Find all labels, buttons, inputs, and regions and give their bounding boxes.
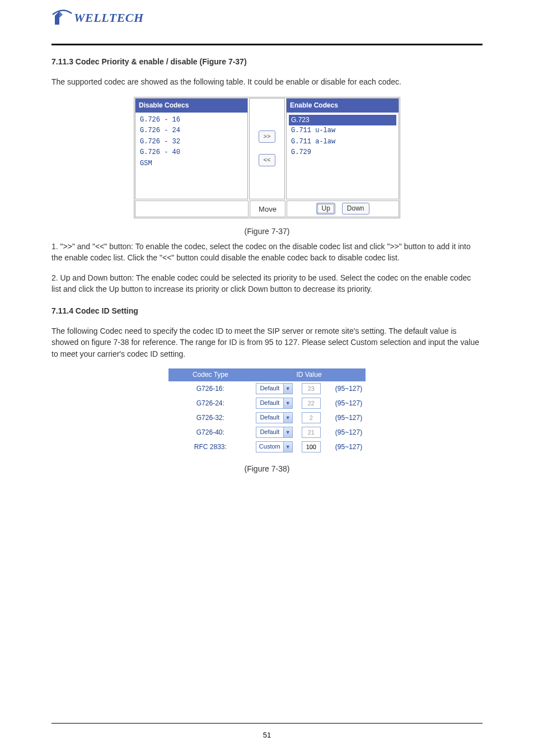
logo-icon: [51, 8, 73, 28]
codec-type-label: G726-16:: [168, 381, 252, 396]
list-item-1: 1. ">>" and "<<" button: To enable the c…: [51, 241, 483, 264]
codec-type-label: G726-32:: [168, 410, 252, 425]
chevron-down-icon: ▼: [283, 384, 292, 394]
chevron-down-icon: ▼: [283, 413, 292, 423]
codec-mode-select[interactable]: Custom▼: [256, 441, 293, 452]
codec-mode-cell: Custom▼: [252, 440, 296, 454]
chevron-down-icon: ▼: [283, 427, 292, 437]
codec-id-cell: 100: [296, 440, 324, 454]
id-value-header: ID Value: [252, 368, 366, 381]
list-item-2-number: 2.: [51, 273, 58, 282]
codec-id-table: Codec Type ID Value G726-16:Default▼23(9…: [168, 368, 366, 454]
chevron-down-icon: ▼: [283, 442, 292, 452]
figure-7-38-caption: (Figure 7-38): [51, 463, 483, 474]
section-7-11-3-preamble: The supported codec are showed as the fo…: [51, 76, 483, 87]
list-item[interactable]: G.711 u-law: [289, 125, 396, 136]
enable-codecs-panel: Enable Codecs G.723G.711 u-lawG.711 a-la…: [286, 98, 399, 199]
codec-transfer-buttons: >> <<: [249, 98, 285, 199]
section-title-7-11-4: 7.11.4 Codec ID Setting: [51, 305, 483, 316]
table-row: G726-24:Default▼22(95~127): [168, 396, 366, 410]
figure-7-37-caption: (Figure 7-37): [51, 226, 483, 237]
codec-mode-cell: Default▼: [252, 410, 296, 425]
codec-id-cell: 21: [296, 425, 324, 440]
logo-text: WELLTECH: [74, 11, 144, 25]
codec-type-label: G726-24:: [168, 396, 252, 410]
list-item[interactable]: G.726 - 32: [138, 137, 245, 147]
codec-mode-cell: Default▼: [252, 425, 296, 440]
codec-id-input: 23: [302, 383, 321, 394]
move-down-button[interactable]: Down: [342, 203, 369, 214]
footer-rule: [51, 723, 483, 724]
list-item[interactable]: GSM: [138, 158, 245, 169]
codec-mode-cell: Default▼: [252, 381, 296, 396]
codec-type-label: G726-40:: [168, 425, 252, 440]
codec-mode-select[interactable]: Default▼: [256, 398, 293, 409]
codec-mode-select[interactable]: Default▼: [256, 383, 293, 394]
table-row: G726-16:Default▼23(95~127): [168, 381, 366, 396]
codec-id-input: 21: [302, 427, 321, 438]
table-row: G726-32:Default▼2(95~127): [168, 410, 366, 425]
enable-codecs-header: Enable Codecs: [287, 99, 399, 113]
codec-id-range: (95~127): [324, 410, 366, 425]
codec-id-range: (95~127): [324, 396, 366, 410]
move-buttons-cell: Up Down: [287, 200, 399, 217]
table-row: RFC 2833:Custom▼100(95~127): [168, 440, 366, 454]
codec-footer-spacer: [135, 200, 249, 217]
codec-id-input: 2: [302, 412, 321, 423]
figure-7-38: Codec Type ID Value G726-16:Default▼23(9…: [51, 368, 483, 474]
codec-id-input: 22: [302, 398, 321, 409]
codec-mode-select[interactable]: Default▼: [256, 412, 293, 423]
list-item-1-text: ">>" and "<<" button: To enable the code…: [51, 242, 471, 262]
move-to-enable-button[interactable]: >>: [259, 130, 275, 143]
codec-id-cell: 23: [296, 381, 324, 396]
page-content: 7.11.3 Codec Priority & enable / disable…: [0, 44, 534, 474]
codec-id-cell: 2: [296, 410, 324, 425]
section-7-11-4-body: The following Codec need to specify the …: [51, 325, 483, 360]
table-row: G726-40:Default▼21(95~127): [168, 425, 366, 440]
codec-mode-select[interactable]: Default▼: [256, 427, 293, 438]
figure-7-37: Disable Codecs G.726 - 16G.726 - 24G.726…: [51, 97, 483, 237]
list-item[interactable]: G.726 - 24: [138, 125, 245, 136]
chevron-down-icon: ▼: [283, 398, 292, 408]
list-item[interactable]: G.723: [289, 115, 396, 125]
codec-id-range: (95~127): [324, 440, 366, 454]
codec-type-label: RFC 2833:: [168, 440, 252, 454]
page-number: 51: [0, 731, 534, 739]
codec-id-cell: 22: [296, 396, 324, 410]
move-to-disable-button[interactable]: <<: [259, 154, 275, 166]
disable-codecs-header: Disable Codecs: [135, 99, 247, 113]
codec-mode-cell: Default▼: [252, 396, 296, 410]
list-item[interactable]: G.729: [289, 147, 396, 158]
codec-id-range: (95~127): [324, 381, 366, 396]
codec-id-input[interactable]: 100: [302, 441, 321, 452]
list-item[interactable]: G.726 - 40: [138, 147, 245, 158]
codec-dual-list: Disable Codecs G.726 - 16G.726 - 24G.726…: [134, 97, 400, 218]
list-item[interactable]: G.726 - 16: [138, 115, 245, 125]
disable-codecs-list[interactable]: G.726 - 16G.726 - 24G.726 - 32G.726 - 40…: [135, 113, 247, 199]
enable-codecs-list[interactable]: G.723G.711 u-lawG.711 a-lawG.729: [287, 113, 399, 199]
header-rule: [51, 44, 483, 45]
page-header: WELLTECH: [0, 0, 534, 44]
list-item-2: 2. Up and Down button: The enable codec …: [51, 272, 483, 295]
move-label: Move: [250, 200, 285, 217]
move-up-button[interactable]: Up: [316, 203, 335, 214]
section-title-7-11-3: 7.11.3 Codec Priority & enable / disable…: [51, 56, 483, 67]
list-item[interactable]: G.711 a-law: [289, 137, 396, 147]
codec-id-range: (95~127): [324, 425, 366, 440]
logo: WELLTECH: [51, 8, 534, 28]
disable-codecs-panel: Disable Codecs G.726 - 16G.726 - 24G.726…: [135, 98, 248, 199]
codec-type-header: Codec Type: [168, 368, 252, 381]
list-item-1-number: 1.: [51, 242, 58, 251]
list-item-2-text: Up and Down button: The enable codec cou…: [51, 273, 471, 293]
